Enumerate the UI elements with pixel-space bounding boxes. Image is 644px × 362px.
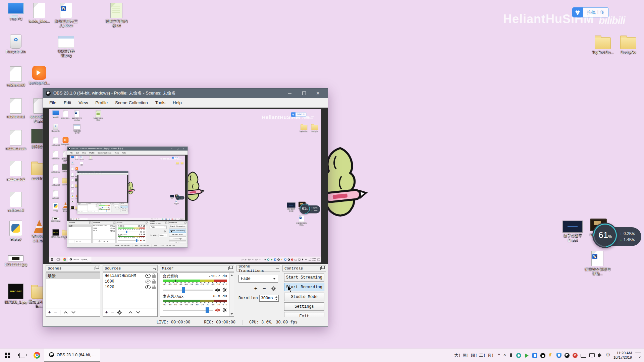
microphone-tray-icon[interactable] (510, 353, 512, 357)
green-play-tray-icon[interactable] (524, 353, 529, 358)
desktop-icon-ret2text-til[interactable]: ret2text.til (50, 190, 61, 199)
move-scene-down-button[interactable] (83, 211, 84, 212)
desktop-icon-idcard-docx[interactable]: 身份证照片(三人).docx (79, 156, 84, 160)
add-source-button[interactable]: + (93, 240, 95, 242)
start-button[interactable] (70, 218, 72, 220)
visibility-eye-off-icon[interactable] (110, 228, 113, 229)
scene-item-selected[interactable]: 场景 (78, 204, 88, 205)
volume-slider[interactable] (118, 232, 139, 232)
maximize-button[interactable] (174, 147, 180, 151)
start-button[interactable] (0, 349, 15, 362)
volume-slider-handle[interactable] (126, 231, 127, 233)
obs-preview-canvas[interactable]: HeliantHuSiHM bilibili 拖拽上传 This PC baid… (67, 155, 187, 221)
scene-item-selected[interactable]: 场景 (68, 225, 91, 227)
desktop-icon-ret2text-id0[interactable]: ret2text.id0 (3, 66, 29, 87)
memory-usage-ball[interactable]: 61 % (176, 195, 180, 200)
mixer-dock-titlebar[interactable]: Mixer (117, 222, 148, 224)
desktop-icon-topend-du[interactable]: TopEnd-Du... (590, 34, 616, 55)
controls-dock-titlebar[interactable]: Controls (282, 265, 326, 272)
exit-button[interactable]: Exit (284, 312, 324, 317)
qq-tray-icon[interactable] (166, 219, 167, 220)
visibility-eye-icon[interactable] (96, 206, 97, 207)
security-shield-tray-icon[interactable] (284, 258, 286, 260)
move-source-down-button[interactable] (136, 311, 141, 314)
menu-scene-collection[interactable]: Scene Collection (96, 150, 113, 155)
toolbar-text[interactable]: 大! 黑! 阔! 工! 具! (241, 258, 258, 261)
controls-dock-titlebar[interactable]: Controls (120, 203, 128, 204)
toolbar-overflow-chevron[interactable]: » (259, 258, 260, 260)
sources-dock-titlebar[interactable]: Sources (88, 203, 98, 204)
blue-app-tray-icon[interactable] (165, 219, 166, 220)
baidu-upload-widget[interactable]: 拖拽上传 (172, 157, 178, 159)
obs-taskbar-button[interactable]: OBS 23.1.0 (64-bit, ... (77, 218, 88, 220)
power-tray-icon[interactable] (294, 259, 297, 261)
desktop-icon-qq-idcard-png[interactable]: QQ群身份证.png (53, 36, 79, 58)
source-row[interactable]: 1920 (93, 230, 116, 232)
blue-app-tray-icon[interactable] (274, 258, 276, 260)
add-transition-button[interactable]: + (254, 286, 258, 292)
lock-icon[interactable] (152, 281, 156, 284)
obs-titlebar[interactable]: OBS 23.1.0 (64-bit, windows) - Profile: … (67, 147, 187, 151)
scenes-dock-titlebar[interactable]: Scenes (68, 222, 92, 224)
popout-icon[interactable] (152, 267, 156, 270)
green-play-tray-icon[interactable] (163, 219, 164, 220)
scroll-up-icon[interactable] (230, 275, 233, 276)
desktop-icon-baidu-blac[interactable]: baidu_blac... (26, 3, 52, 23)
popout-icon[interactable] (275, 267, 278, 270)
microphone-tray-icon[interactable] (161, 219, 161, 219)
obs-taskbar-button[interactable]: OBS 23.1.0 (64-bit, ... (44, 349, 100, 362)
remove-scene-button[interactable]: − (72, 240, 73, 242)
desktop-icon-duckygo[interactable]: DuckyGo (615, 34, 641, 55)
desktop-icon-12312312-jpg[interactable]: 12312312.jpg (70, 201, 75, 203)
desktop-icon-recycle-bin[interactable]: Recycle Bin (70, 162, 75, 165)
show-hidden-icons-button[interactable]: ^ (160, 219, 160, 220)
mixer-scrollbar[interactable] (146, 225, 148, 243)
channel-gear-icon[interactable] (109, 210, 110, 212)
obs-tray-icon[interactable] (565, 353, 570, 358)
toolbar-text[interactable]: 大! 黑! 阔! 工! 具! (454, 353, 494, 358)
desktop-icon-857109-jpg[interactable]: ZERO DAY 857109_1.jpg (50, 229, 61, 238)
close-button[interactable]: ✕ (311, 88, 325, 98)
memory-usage-ball[interactable]: 61 % (592, 223, 618, 248)
exit-button[interactable]: Exit (169, 241, 186, 243)
toolbar-overflow-chevron[interactable]: » (159, 218, 159, 219)
speaker-icon[interactable] (215, 288, 220, 292)
move-scene-down-button[interactable] (71, 311, 76, 314)
desktop-icon-this-pc[interactable]: This PC (50, 110, 61, 118)
remove-source-button[interactable]: − (90, 211, 90, 212)
sogou-cursor-tray-icon[interactable] (548, 353, 553, 358)
desktop-icon-857109-jpg[interactable]: ZERO DAY 857109_1.jpg (3, 284, 29, 304)
desktop-icon-sunlogin[interactable]: SunloginCl... (60, 137, 71, 145)
popout-icon[interactable] (95, 267, 98, 270)
move-scene-up-button[interactable] (81, 211, 82, 212)
source-row[interactable]: 1600 (93, 227, 116, 229)
taskbar-clock[interactable]: 11:20 AM 10/17/2019 (308, 258, 316, 261)
baidu-upload-widget[interactable]: 拖拽上传 (291, 112, 307, 117)
start-button[interactable] (49, 257, 55, 262)
channel-gear-icon[interactable] (222, 308, 227, 312)
volume-slider[interactable] (99, 211, 108, 211)
taskbar-clock[interactable]: 11:20 AM 10/17/2019 (613, 351, 632, 360)
desktop-icon-infosec-docx[interactable]: 信息安全管理与评估... (296, 215, 307, 226)
popout-icon[interactable] (127, 203, 128, 204)
baidu-pan-tray-icon[interactable] (267, 258, 269, 260)
sources-list[interactable]: HeliantHuSiHM 1600 1920 (103, 273, 158, 317)
close-button[interactable]: ✕ (125, 171, 128, 173)
remove-transition-button[interactable]: − (117, 206, 117, 207)
desktop-icon-ret2text-nam[interactable]: ret2text.nam (50, 164, 61, 173)
network-tray-icon[interactable] (589, 353, 595, 357)
mixer-scrollbar[interactable] (229, 273, 234, 316)
minimize-button[interactable] (120, 171, 123, 173)
move-source-down-button[interactable] (94, 211, 95, 212)
scroll-up-icon[interactable] (147, 225, 148, 226)
blue-app-tray-icon[interactable] (532, 353, 537, 358)
scenes-dock-titlebar[interactable]: Scenes (78, 203, 88, 204)
desktop-icon-duckygo[interactable]: DuckyGo (309, 124, 320, 132)
sources-dock-titlebar[interactable]: Sources (92, 222, 115, 224)
menu-tools[interactable]: Tools (152, 98, 169, 108)
volume-slider[interactable] (118, 240, 139, 241)
action-center-button[interactable] (318, 258, 320, 261)
settings-button[interactable]: Settings (120, 209, 127, 211)
obs-preview-canvas[interactable] (77, 175, 128, 203)
netease-music-tray-icon[interactable] (291, 258, 293, 260)
